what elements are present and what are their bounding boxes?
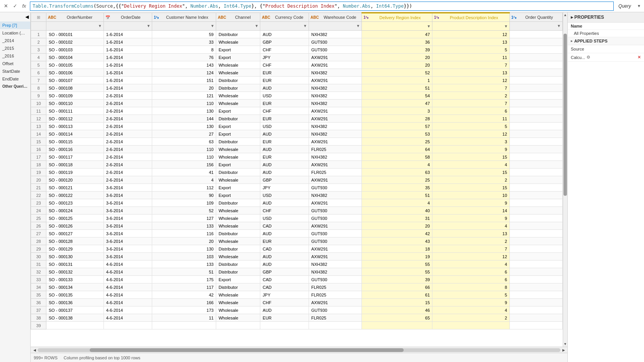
cell-orderdate: 1-6-2014 bbox=[104, 46, 152, 54]
table-row[interactable]: 28SO - 0001283-6-201420WholesaleEURGUT93… bbox=[31, 238, 563, 245]
product-filter-icon[interactable]: ▼ bbox=[504, 24, 508, 28]
table-row[interactable]: 22SO - 0001223-6-201490ExportUSDNXH38251… bbox=[31, 192, 563, 199]
table-row[interactable]: 5SO - 0001051-6-2014143WholesaleCHFAXW29… bbox=[31, 61, 563, 69]
table-row[interactable]: 1SO - 0001011-6-201459DistributorAUDNXH3… bbox=[31, 31, 563, 38]
properties-name[interactable]: Name bbox=[568, 23, 644, 30]
step-calculated[interactable]: Calcu... ⚙ ✕ bbox=[568, 53, 644, 62]
cell-warehouse: FLR025 bbox=[309, 146, 361, 153]
cell-channel: Distributor bbox=[216, 199, 260, 207]
table-row[interactable]: 8SO - 0001081-6-201420DistributorAUDNXH3… bbox=[31, 84, 563, 92]
table-row[interactable]: 32SO - 0001324-6-201451DistributorGBPNXH… bbox=[31, 268, 563, 276]
table-row[interactable]: 23SO - 0001233-6-2014109DistributorAUDAX… bbox=[31, 199, 563, 207]
table-row[interactable]: 17SO - 0001172-6-2014110WholesaleEURNXH3… bbox=[31, 153, 563, 161]
table-row[interactable]: 20SO - 0001202-6-20144WholesaleGBPAXW291… bbox=[31, 176, 563, 184]
table-row[interactable]: 36SO - 0001364-6-2014166WholesaleCHFAXW2… bbox=[31, 299, 563, 306]
customername-filter-icon[interactable]: ▼ bbox=[210, 24, 214, 28]
table-row[interactable]: 14SO - 0001142-6-201427ExportAUDNXH38253… bbox=[31, 130, 563, 138]
cell-orderqty bbox=[509, 84, 562, 92]
sidebar-item-2015[interactable]: _2015 bbox=[0, 44, 30, 52]
confirm-formula-button[interactable]: ✓ bbox=[11, 2, 19, 10]
vertical-scrollbar[interactable]: ▲ ▼ bbox=[563, 12, 567, 347]
table-row[interactable]: 35SO - 0001354-6-201442WholesaleJPYFLR02… bbox=[31, 291, 563, 299]
cell-ordernumber: SO - 000113 bbox=[46, 123, 104, 130]
currency-filter-icon[interactable]: ▼ bbox=[303, 24, 307, 28]
table-row[interactable]: 25SO - 0001253-6-2014127WholesaleUSDGUT9… bbox=[31, 215, 563, 222]
table-row[interactable]: 7SO - 0001071-6-2014151DistributorEURAXW… bbox=[31, 77, 563, 84]
cell-channel: Export bbox=[216, 276, 260, 283]
vscroll-down[interactable]: ▼ bbox=[563, 341, 567, 347]
hscroll-right[interactable]: ▶ bbox=[560, 347, 567, 353]
table-row[interactable]: 29SO - 0001293-6-2014130DistributorCADAX… bbox=[31, 245, 563, 253]
sidebar-item-enddate[interactable]: EndDate bbox=[0, 75, 30, 83]
cell-orderdate: 4-6-2014 bbox=[104, 291, 152, 299]
sidebar-item-2016[interactable]: _2016 bbox=[0, 52, 30, 60]
table-row[interactable]: 19SO - 0001192-6-201441DistributorAUDFLR… bbox=[31, 169, 563, 176]
vscroll-up[interactable]: ▲ bbox=[563, 12, 567, 18]
table-row[interactable]: 11SO - 0001112-6-2014130ExportCHFAXW2913… bbox=[31, 107, 563, 115]
hscroll-thumb[interactable] bbox=[90, 348, 403, 352]
table-row[interactable]: 18SO - 0001182-6-2014156ExportAUDAXW2914… bbox=[31, 161, 563, 169]
table-row[interactable]: 15SO - 0001152-6-201463DistributorEURAXW… bbox=[31, 138, 563, 146]
table-row[interactable]: 39 bbox=[31, 322, 563, 329]
applied-steps-section: ▸ APPLIED STEPS bbox=[568, 37, 644, 45]
table-row[interactable]: 9SO - 0001092-6-2014121WholesaleUSDNXH38… bbox=[31, 92, 563, 100]
sidebar-item-other-queries[interactable]: Other Queries [1] bbox=[0, 83, 30, 90]
cell-warehouse: AXW291 bbox=[309, 115, 361, 123]
expand-formula-button[interactable]: ▼ bbox=[636, 3, 642, 10]
cell-ordernumber: SO - 000138 bbox=[46, 314, 104, 322]
cell-currency bbox=[260, 322, 309, 329]
hscroll-left[interactable]: ◀ bbox=[31, 347, 38, 353]
table-row[interactable]: 37SO - 0001374-6-2014173WholesaleAUDGUT9… bbox=[31, 306, 563, 314]
table-row[interactable]: 2SO - 0001021-6-201433WholesaleGBPGUT930… bbox=[31, 38, 563, 46]
row-number: 27 bbox=[31, 230, 46, 238]
channel-filter-icon[interactable]: ▼ bbox=[255, 24, 258, 28]
table-row[interactable]: 21SO - 0001213-6-2014112ExportJPYGUT9303… bbox=[31, 184, 563, 192]
step-source[interactable]: Source bbox=[568, 45, 644, 53]
orderdate-filter-icon[interactable]: ▼ bbox=[146, 24, 150, 28]
table-row[interactable]: 30SO - 0001303-6-2014103WholesaleAUDAXW2… bbox=[31, 253, 563, 260]
table-row[interactable]: 26SO - 0001263-6-2014133WholesaleCADAXW2… bbox=[31, 222, 563, 230]
table-row[interactable]: 38SO - 0001384-6-201411WholesaleEURFLR02… bbox=[31, 314, 563, 322]
cell-channel: Export bbox=[216, 130, 260, 138]
warehouse-filter-icon[interactable]: ▼ bbox=[356, 24, 360, 28]
sidebar-item-location[interactable]: Location (CL... bbox=[0, 29, 30, 37]
vscroll-thumb[interactable] bbox=[564, 34, 567, 196]
sidebar-collapse-button[interactable]: ◀ bbox=[0, 12, 30, 21]
table-row[interactable]: 27SO - 0001273-6-2014116DistributorAUDGU… bbox=[31, 230, 563, 238]
table-row[interactable]: 31SO - 0001314-6-2014133DistributorAUDNX… bbox=[31, 260, 563, 268]
cancel-formula-button[interactable]: ✕ bbox=[2, 2, 10, 10]
step-delete-icon[interactable]: ✕ bbox=[637, 55, 641, 60]
sidebar-item-2014[interactable]: _2014 bbox=[0, 37, 30, 44]
data-table[interactable]: ⊞ ABC OrderNumber bbox=[31, 12, 563, 347]
channel-type-icon: ABC bbox=[218, 15, 226, 20]
delivery-filter-icon[interactable]: ▼ bbox=[427, 24, 430, 28]
table-row[interactable]: 13SO - 0001132-6-2014130ExportUSDNXH3825… bbox=[31, 123, 563, 130]
vscroll-track[interactable] bbox=[563, 18, 567, 341]
table-row[interactable]: 10SO - 0001102-6-2014110WholesaleEURNXH3… bbox=[31, 100, 563, 107]
cell-orderqty bbox=[509, 291, 562, 299]
sidebar-item-startdate[interactable]: StartDate bbox=[0, 67, 30, 75]
table-row[interactable]: 4SO - 0001041-6-201476ExportJPYAXW291201… bbox=[31, 54, 563, 61]
sidebar-item-offset[interactable]: Offset bbox=[0, 60, 30, 67]
table-row[interactable]: 33SO - 0001334-6-2014175ExportCADGUT9303… bbox=[31, 276, 563, 283]
sidebar-item-prep[interactable]: Prep [7] bbox=[0, 21, 30, 29]
table-row[interactable]: 3SO - 0001031-6-20148ExportCHFGUT930395 bbox=[31, 46, 563, 54]
ordernumber-filter-icon[interactable]: ▼ bbox=[98, 24, 102, 28]
cell-delivery: 4 bbox=[362, 199, 432, 207]
table-row[interactable]: 34SO - 0001344-6-2014117DistributorCADFL… bbox=[31, 283, 563, 291]
main-content: ◀ Prep [7] Location (CL... _2014 _2015 _… bbox=[0, 12, 644, 362]
table-row[interactable]: 12SO - 0001122-6-2014144DistributorEURAX… bbox=[31, 115, 563, 123]
table-row[interactable]: 6SO - 0001061-6-2014124WholesaleEURNXH38… bbox=[31, 69, 563, 77]
orderqty-filter-icon[interactable]: ▼ bbox=[557, 24, 561, 28]
horizontal-scrollbar[interactable]: ◀ ▶ bbox=[31, 347, 567, 353]
table-row[interactable]: 16SO - 0001162-6-2014110WholesaleAUDFLR0… bbox=[31, 146, 563, 153]
step-settings-icon[interactable]: ⚙ bbox=[586, 55, 590, 60]
properties-all[interactable]: All Properties bbox=[568, 30, 644, 37]
table-row[interactable]: 24SO - 0001243-6-201452WholesaleCHFGUT93… bbox=[31, 207, 563, 215]
row-number: 10 bbox=[31, 100, 46, 107]
hscroll-track[interactable] bbox=[38, 348, 560, 352]
cell-orderdate: 2-6-2014 bbox=[104, 130, 152, 138]
formula-input[interactable]: Table.TransformColumns(Source,{{"Deliver… bbox=[30, 2, 614, 11]
step-source-label: Source bbox=[571, 47, 584, 51]
cell-ordernumber: SO - 000117 bbox=[46, 153, 104, 161]
